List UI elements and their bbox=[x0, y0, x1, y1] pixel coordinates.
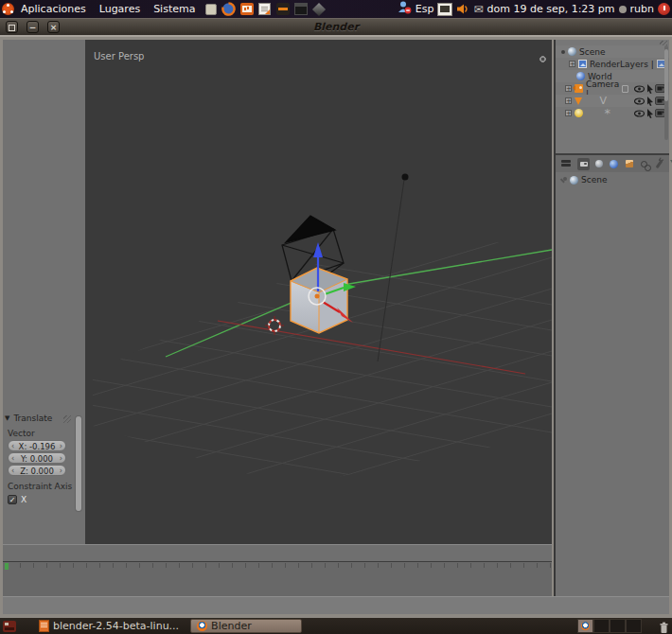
vector-x-field[interactable]: ‹ X: -0.196 › bbox=[8, 440, 66, 451]
keyboard-icon[interactable] bbox=[437, 3, 452, 16]
terminal-launcher-icon[interactable] bbox=[292, 1, 309, 17]
visibility-eye-icon[interactable] bbox=[634, 110, 645, 117]
outliner-row-camera[interactable]: + Camera | bbox=[556, 82, 669, 95]
panel-drag-icon[interactable] bbox=[63, 415, 71, 423]
ubuntu-menu-icon[interactable] bbox=[2, 3, 14, 15]
inkscape-launcher-icon[interactable] bbox=[310, 1, 327, 17]
timeline-editor[interactable] bbox=[3, 561, 552, 596]
expander-icon[interactable]: + bbox=[565, 85, 572, 92]
constraint-axis-label: Constraint Axis bbox=[8, 482, 73, 491]
keyboard-layout-indicator[interactable]: Esp bbox=[416, 3, 434, 15]
task-blender-window[interactable]: Blender bbox=[190, 619, 302, 633]
camera-ghost-icon bbox=[622, 85, 628, 93]
outliner-row-cube[interactable]: + V bbox=[556, 95, 669, 107]
workspace-1[interactable] bbox=[577, 619, 593, 633]
mesh-icon bbox=[575, 97, 582, 105]
visibility-eye-icon[interactable] bbox=[634, 85, 645, 93]
selectability-cursor-icon[interactable] bbox=[645, 84, 654, 94]
vector-z-value: Z: 0.000 bbox=[20, 467, 54, 476]
toolshelf-scrollbar[interactable] bbox=[75, 415, 82, 512]
mesh-ghost-icon: V bbox=[599, 97, 607, 106]
vector-y-field[interactable]: ‹ Y: 0.000 › bbox=[8, 452, 66, 464]
expander-icon[interactable]: + bbox=[565, 110, 572, 116]
outliner-editor[interactable]: Scene + RenderLayers | World + Camera | bbox=[556, 40, 669, 153]
pin-icon[interactable] bbox=[560, 177, 567, 184]
tool-shelf[interactable]: ▼ Translate Vector ‹ X: -0.196 › ‹ Y: 0.… bbox=[3, 40, 85, 544]
tab-object-data[interactable] bbox=[668, 158, 672, 170]
viewport-header[interactable] bbox=[3, 544, 552, 561]
outliner-row-scene[interactable]: Scene bbox=[556, 45, 669, 58]
notes-launcher-icon[interactable] bbox=[203, 1, 219, 17]
increment-arrow-icon[interactable]: › bbox=[60, 466, 62, 476]
constraint-x-label: X bbox=[21, 495, 27, 504]
trash-icon[interactable] bbox=[659, 620, 669, 634]
view-name-label: User Persp bbox=[94, 51, 144, 62]
tab-world[interactable] bbox=[608, 158, 620, 170]
visibility-eye-icon[interactable] bbox=[634, 97, 645, 105]
vector-x-value: X: -0.196 bbox=[19, 442, 56, 451]
user-status-icon[interactable] bbox=[398, 0, 412, 18]
vector-z-field[interactable]: ‹ Z: 0.000 › bbox=[8, 465, 66, 476]
constraint-x-checkbox[interactable]: ✓ bbox=[8, 495, 17, 504]
volume-icon[interactable] bbox=[456, 3, 469, 15]
task-blender-folder[interactable]: blender-2.54-beta-linu... bbox=[33, 619, 185, 633]
collapse-triangle-icon[interactable]: ▼ bbox=[5, 414, 9, 422]
outliner-row-lamp[interactable]: + * bbox=[556, 107, 669, 119]
viewport-3d[interactable]: User Persp bbox=[85, 40, 552, 544]
properties-breadcrumb: Scene bbox=[556, 172, 669, 187]
workspace-4[interactable] bbox=[626, 619, 642, 633]
selectability-cursor-icon[interactable] bbox=[645, 109, 654, 118]
editor-type-icon[interactable] bbox=[559, 158, 572, 170]
gnome-taskbar: blender-2.54-beta-linu... Blender bbox=[0, 618, 672, 634]
power-icon[interactable] bbox=[658, 3, 670, 15]
timeline-ruler[interactable] bbox=[7, 563, 552, 568]
current-frame-marker[interactable] bbox=[5, 563, 9, 570]
increment-arrow-icon[interactable]: › bbox=[60, 453, 62, 464]
expander-icon[interactable]: + bbox=[569, 61, 575, 67]
menu-aplicaciones[interactable]: Aplicaciones bbox=[14, 0, 93, 18]
increment-arrow-icon[interactable]: › bbox=[60, 441, 62, 451]
renderlayers-icon bbox=[578, 60, 587, 68]
scene-icon bbox=[568, 47, 576, 56]
menu-sistema[interactable]: Sistema bbox=[147, 0, 202, 18]
tab-modifiers[interactable] bbox=[653, 158, 665, 170]
window-titlebar[interactable]: − × Blender bbox=[0, 18, 672, 35]
selectability-cursor-icon[interactable] bbox=[645, 97, 654, 106]
breadcrumb-label: Scene bbox=[581, 175, 607, 185]
decrement-arrow-icon[interactable]: ‹ bbox=[11, 453, 14, 464]
firefox-launcher-icon[interactable] bbox=[221, 1, 237, 17]
text-editor-launcher-icon[interactable] bbox=[256, 1, 273, 17]
workspace-2[interactable] bbox=[593, 619, 610, 633]
x-axis-line bbox=[218, 321, 525, 374]
properties-body[interactable] bbox=[556, 187, 669, 596]
decrement-arrow-icon[interactable]: ‹ bbox=[11, 466, 14, 476]
show-desktop-icon[interactable] bbox=[3, 621, 16, 632]
tab-constraints[interactable] bbox=[638, 158, 650, 170]
tab-render[interactable] bbox=[577, 158, 590, 170]
clock[interactable]: dom 19 de sep, 1:23 pm bbox=[487, 3, 615, 15]
blender-window: ▼ Translate Vector ‹ X: -0.196 › ‹ Y: 0.… bbox=[0, 35, 672, 618]
decrement-arrow-icon[interactable]: ‹ bbox=[11, 441, 14, 451]
tab-object[interactable] bbox=[623, 158, 635, 170]
mail-icon[interactable]: ✉ bbox=[473, 3, 483, 16]
y-axis-line bbox=[166, 250, 552, 357]
camera-icon bbox=[575, 84, 583, 93]
media-editor-launcher-icon[interactable] bbox=[274, 1, 291, 17]
lamp-ghost-icon: * bbox=[605, 109, 611, 118]
expander-icon[interactable]: + bbox=[565, 97, 572, 104]
world-icon bbox=[576, 72, 585, 80]
lamp-icon bbox=[575, 109, 583, 117]
outliner-scrollbar-thumb[interactable] bbox=[664, 49, 668, 101]
status-dot-icon[interactable] bbox=[619, 6, 627, 13]
workspace-3[interactable] bbox=[610, 619, 626, 633]
menu-lugares[interactable]: Lugares bbox=[93, 0, 147, 18]
gear-icon[interactable] bbox=[539, 56, 546, 62]
timeline-header[interactable] bbox=[3, 596, 669, 614]
outliner-row-renderlayers[interactable]: + RenderLayers | bbox=[556, 58, 669, 70]
workspace-switcher bbox=[577, 619, 642, 633]
scene-icon bbox=[570, 176, 578, 185]
impress-launcher-icon[interactable] bbox=[239, 1, 255, 17]
gnome-top-panel: Aplicaciones Lugares Sistema Esp ✉ dom 1… bbox=[0, 0, 672, 18]
user-menu[interactable]: rubn bbox=[630, 3, 654, 15]
tab-scene[interactable] bbox=[592, 158, 605, 170]
